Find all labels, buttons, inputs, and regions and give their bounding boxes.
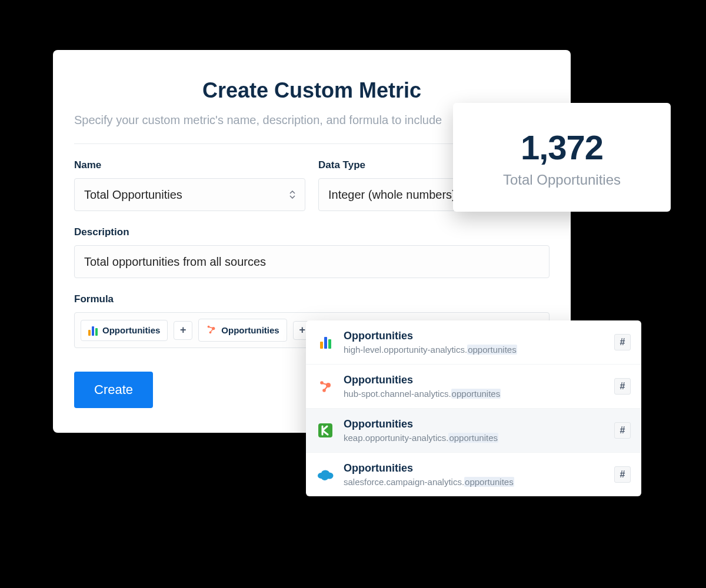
type-badge-number: # xyxy=(614,334,631,350)
page-title: Create Custom Metric xyxy=(74,78,550,103)
svg-line-3 xyxy=(209,327,213,328)
type-badge-number: # xyxy=(614,466,631,483)
metric-summary-card: 1,372 Total Opportunities xyxy=(453,103,671,212)
formula-chip[interactable]: Opportunities xyxy=(198,319,287,342)
metric-value: 1,372 xyxy=(465,128,659,167)
suggestion-name: Opportunities xyxy=(344,418,605,430)
stepper-icon[interactable] xyxy=(289,191,295,199)
svg-line-4 xyxy=(211,329,213,332)
description-label: Description xyxy=(74,226,550,238)
suggestion-name: Opportunities xyxy=(344,462,605,475)
suggestion-item[interactable]: Opportunities hub-spot.channel-analytics… xyxy=(306,365,641,409)
formula-chip[interactable]: Opportunities xyxy=(81,320,168,341)
name-input-value: Total Opportunities xyxy=(84,188,182,202)
chip-label: Opportunities xyxy=(221,325,279,335)
name-input[interactable]: Total Opportunities xyxy=(74,178,305,211)
metric-label: Total Opportunities xyxy=(465,172,659,188)
suggestion-path: high-level.opportunity-analytics.opportu… xyxy=(344,345,605,355)
datatype-value: Integer (whole numbers) xyxy=(328,188,456,202)
type-badge-number: # xyxy=(614,422,631,439)
formula-label: Formula xyxy=(74,293,550,305)
hubspot-icon xyxy=(206,324,217,336)
suggestion-path: keap.opportunity-analytics.opportunites xyxy=(344,433,605,443)
name-label: Name xyxy=(74,159,305,171)
suggestion-name: Opportunities xyxy=(344,330,605,342)
keap-icon xyxy=(317,422,334,439)
suggestion-path: hub-spot.channel-analytics.opportunites xyxy=(344,389,605,399)
svg-point-14 xyxy=(321,475,328,480)
bars-icon xyxy=(88,325,98,336)
svg-line-8 xyxy=(322,383,327,385)
hubspot-icon xyxy=(317,377,334,395)
suggestion-item[interactable]: Opportunities keap.opportunity-analytics… xyxy=(306,409,641,453)
suggestion-name: Opportunities xyxy=(344,374,605,386)
salesforce-icon xyxy=(317,466,334,483)
description-value: Total opportunities from all sources xyxy=(84,255,266,269)
formula-operator[interactable]: + xyxy=(174,321,192,340)
type-badge-number: # xyxy=(614,378,631,395)
suggestion-item[interactable]: Opportunities high-level.opportunity-ana… xyxy=(306,320,641,365)
chip-label: Opportunities xyxy=(102,325,160,335)
create-button[interactable]: Create xyxy=(74,372,153,408)
bars-icon xyxy=(317,333,334,351)
suggestion-item[interactable]: Opportunities salesforce.campaign-analyt… xyxy=(306,453,641,496)
description-input[interactable]: Total opportunities from all sources xyxy=(74,245,550,278)
suggestion-path: salesforce.campaign-analytics.opportunit… xyxy=(344,477,605,487)
svg-rect-10 xyxy=(318,423,332,437)
svg-line-9 xyxy=(325,386,328,390)
suggestions-panel: Opportunities high-level.opportunity-ana… xyxy=(306,320,641,496)
